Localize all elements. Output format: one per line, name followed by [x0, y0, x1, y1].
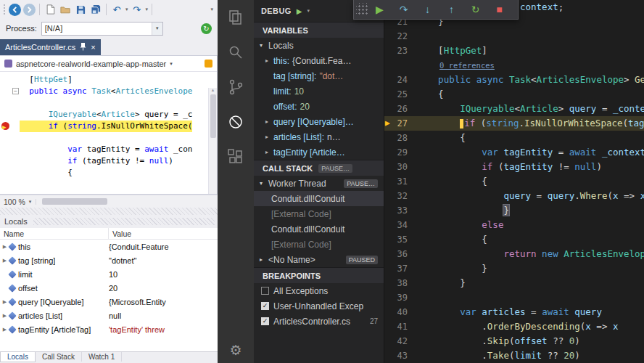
- code-line[interactable]: ▶27 if (string.IsNullOrWhiteSpace(tag): [384, 116, 644, 131]
- code-line[interactable]: {: [0, 167, 217, 179]
- stack-frame[interactable]: [External Code]: [254, 237, 384, 252]
- debug-config-dropdown-icon[interactable]: ▾: [307, 8, 310, 14]
- expand-icon[interactable]: ▶: [0, 327, 8, 333]
- panel-splitter[interactable]: [0, 208, 218, 215]
- code-line[interactable]: 23 [HttpGet]: [384, 44, 644, 58]
- expand-icon[interactable]: ▸: [265, 149, 273, 155]
- variables-section-header[interactable]: VARIABLES: [254, 22, 384, 38]
- breadcrumb[interactable]: aspnetcore-realworld-example-app-master …: [0, 56, 217, 72]
- variable-item[interactable]: offset:20: [254, 99, 384, 114]
- code-line[interactable]: var tagEntity = await _con: [0, 144, 217, 155]
- checkbox[interactable]: ✓: [261, 302, 269, 310]
- code-line[interactable]: 38 }: [384, 276, 644, 290]
- step-out-button[interactable]: ↑: [439, 0, 463, 20]
- attach-process-icon[interactable]: ↻: [201, 23, 212, 34]
- code-line[interactable]: 28 {: [384, 131, 644, 145]
- breakpoint-item[interactable]: ✓User-Unhandled Excep: [254, 298, 384, 314]
- new-file-icon[interactable]: [44, 3, 57, 16]
- search-icon[interactable]: [218, 35, 254, 70]
- step-into-button[interactable]: ↓: [416, 0, 439, 20]
- code-line[interactable]: IQueryable<Article> query = _c: [0, 109, 217, 121]
- close-icon[interactable]: ×: [91, 43, 95, 52]
- code-line[interactable]: 30 if (tagEntity != null): [384, 160, 644, 174]
- code-line[interactable]: 33 }: [384, 203, 644, 218]
- code-line[interactable]: if (tagEntity != null): [0, 155, 217, 167]
- save-all-icon[interactable]: [89, 3, 102, 16]
- code-line[interactable]: 0 references: [384, 58, 644, 73]
- expand-icon[interactable]: ▸: [265, 118, 273, 125]
- continue-button[interactable]: ▶: [368, 0, 392, 20]
- code-line[interactable]: 39: [384, 290, 644, 305]
- chevron-down-icon[interactable]: ▾: [170, 61, 173, 67]
- callstack-thread[interactable]: ▸<No Name>PAUSED: [254, 252, 384, 267]
- checkbox[interactable]: [261, 287, 269, 295]
- breakpoint-item[interactable]: ✓ArticlesController.cs27: [254, 314, 384, 329]
- zoom-dropdown-icon[interactable]: ▾: [29, 199, 37, 205]
- locals-row[interactable]: ▶articles [List]null: [0, 309, 218, 322]
- bottom-tab-locals[interactable]: Locals: [0, 352, 36, 362]
- settings-gear-icon[interactable]: ⚙: [229, 342, 242, 359]
- code-line[interactable]: [0, 132, 217, 144]
- variable-item[interactable]: tag [string]:"dot…: [254, 68, 384, 83]
- redo-icon[interactable]: ↷: [131, 3, 144, 16]
- code-line[interactable]: 40 var articles = await query: [384, 305, 644, 319]
- undo-icon[interactable]: ↶: [110, 3, 123, 16]
- expand-icon[interactable]: ▶: [0, 313, 8, 319]
- start-debug-icon[interactable]: ▶: [297, 7, 302, 15]
- checkbox[interactable]: ✓: [261, 317, 269, 325]
- bottom-tab-call-stack[interactable]: Call Stack: [36, 352, 82, 362]
- breakpoint-item[interactable]: All Exceptions: [254, 283, 384, 298]
- step-over-button[interactable]: ↷: [392, 0, 416, 20]
- code-line[interactable]: 37 }: [384, 261, 644, 276]
- toolbar-drag-handle[interactable]: [356, 3, 368, 16]
- code-line[interactable]: 42 .Skip(offset ?? 0): [384, 334, 644, 348]
- chevron-down-icon[interactable]: ▾: [152, 23, 162, 35]
- code-line[interactable]: 31 {: [384, 174, 644, 189]
- callstack-section-header[interactable]: CALL STACK PAUSE…: [254, 160, 384, 176]
- code-line[interactable]: [0, 97, 217, 109]
- bottom-tab-watch-1[interactable]: Watch 1: [82, 352, 122, 362]
- variable-item[interactable]: ▸query [IQueryable]…: [254, 114, 384, 129]
- code-line[interactable]: ▶ if (string.IsNullOrWhiteSpace(: [0, 121, 217, 132]
- expand-icon[interactable]: ▶: [0, 258, 8, 264]
- variable-item[interactable]: ▸tagEntity [Article…: [254, 144, 384, 160]
- variables-group-locals[interactable]: ▾ Locals: [254, 38, 384, 53]
- locals-row[interactable]: ▶query [IQueryable]{Microsoft.Entity: [0, 295, 218, 309]
- locals-row[interactable]: ▶tagEntity [ArticleTag]'tagEntity' threw: [0, 322, 218, 336]
- toolbar-overflow-icon[interactable]: ▾: [210, 7, 215, 12]
- open-file-icon[interactable]: [59, 3, 72, 16]
- code-line[interactable]: 35 {: [384, 232, 644, 247]
- expand-icon[interactable]: ▸: [265, 57, 273, 64]
- navigate-back-icon[interactable]: [9, 4, 21, 16]
- locals-row[interactable]: ▶this{Conduit.Feature: [0, 240, 218, 253]
- breakpoints-section-header[interactable]: BREAKPOINTS: [254, 267, 384, 283]
- code-line[interactable]: 36 return new ArticlesEnvelop: [384, 247, 644, 261]
- code-line[interactable]: 41 .OrderByDescending(x => x: [384, 319, 644, 334]
- stack-frame[interactable]: [External Code]: [254, 206, 384, 221]
- stack-frame[interactable]: Conduit.dll!Conduit: [254, 191, 384, 206]
- code-line[interactable]: 29 var tagEntity = await _context: [384, 145, 644, 160]
- undo-dropdown-icon[interactable]: ▾: [125, 7, 128, 12]
- fold-icon[interactable]: −: [12, 88, 19, 94]
- horizontal-scrollbar[interactable]: [42, 198, 107, 205]
- properties-icon[interactable]: [205, 60, 212, 68]
- locals-row[interactable]: offset20: [0, 281, 218, 295]
- vertical-scrollbar[interactable]: ▲: [208, 88, 217, 194]
- expand-icon[interactable]: ▶: [0, 244, 8, 250]
- process-combobox[interactable]: [N/A] ▾: [41, 22, 163, 36]
- toolbar-grip[interactable]: [3, 4, 7, 15]
- source-control-icon[interactable]: [218, 70, 254, 105]
- column-name[interactable]: Name: [0, 228, 109, 239]
- scroll-up-icon[interactable]: ▲: [211, 88, 215, 92]
- scrollbar-thumb[interactable]: [210, 94, 216, 138]
- variable-item[interactable]: ▸articles [List]:n…: [254, 129, 384, 144]
- navigate-forward-icon[interactable]: [23, 4, 36, 16]
- stack-frame[interactable]: Conduit.dll!Conduit: [254, 221, 384, 237]
- code-line[interactable]: 24 public async Task<ArticlesEnvelope> G…: [384, 73, 644, 87]
- code-line[interactable]: [HttpGet]: [0, 74, 217, 86]
- variable-item[interactable]: ▸this:{Conduit.Fea…: [254, 53, 384, 68]
- explorer-icon[interactable]: [218, 0, 254, 35]
- redo-dropdown-icon[interactable]: ▾: [146, 7, 149, 12]
- codelens-link[interactable]: 0 references: [439, 61, 495, 70]
- code-line[interactable]: 43 .Take(limit ?? 20): [384, 348, 644, 363]
